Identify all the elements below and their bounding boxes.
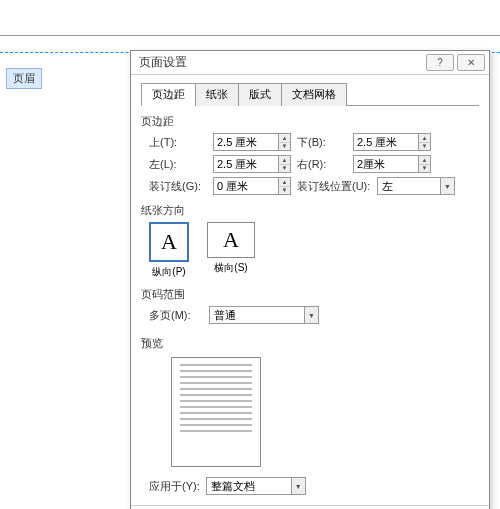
help-button[interactable]: ? <box>426 54 454 71</box>
apply-label: 应用于(Y): <box>149 479 200 494</box>
close-button[interactable]: ✕ <box>457 54 485 71</box>
spin-up-icon[interactable]: ▲ <box>419 134 430 143</box>
gutter-row: 装订线(G): ▲▼ 装订线位置(U): 左 ▼ <box>141 177 479 195</box>
header-tag: 页眉 <box>6 68 42 89</box>
portrait-label: 纵向(P) <box>152 265 185 279</box>
bottom-input[interactable] <box>354 134 418 150</box>
portrait-icon[interactable]: A <box>149 222 189 262</box>
multi-select[interactable]: 普通 ▼ <box>209 306 319 324</box>
margins-section-label: 页边距 <box>141 114 479 129</box>
apply-select[interactable]: 整篇文档 ▼ <box>206 477 306 495</box>
spin-down-icon[interactable]: ▼ <box>419 165 430 173</box>
portrait-option[interactable]: A 纵向(P) <box>149 222 189 279</box>
orientation-section-label: 纸张方向 <box>141 203 479 218</box>
spin-up-icon[interactable]: ▲ <box>279 134 290 143</box>
spin-up-icon[interactable]: ▲ <box>279 156 290 165</box>
spin-down-icon[interactable]: ▼ <box>279 187 290 195</box>
bottom-spinner[interactable]: ▲▼ <box>353 133 431 151</box>
margins-grid: 上(T): ▲▼ 下(B): ▲▼ 左(L): ▲▼ 右(R): ▲▼ <box>141 133 479 173</box>
gutter-input[interactable] <box>214 178 278 194</box>
apply-value: 整篇文档 <box>207 479 291 494</box>
pages-section-label: 页码范围 <box>141 287 479 302</box>
chevron-down-icon[interactable]: ▼ <box>291 478 305 494</box>
spin-down-icon[interactable]: ▼ <box>419 143 430 151</box>
gutter-pos-select[interactable]: 左 ▼ <box>377 177 455 195</box>
gutter-pos-value: 左 <box>378 179 440 194</box>
spin-down-icon[interactable]: ▼ <box>279 165 290 173</box>
multi-value: 普通 <box>210 308 304 323</box>
left-label: 左(L): <box>149 157 207 172</box>
preview-section-label: 预览 <box>141 336 479 351</box>
bottom-label: 下(B): <box>297 135 347 150</box>
tab-paper[interactable]: 纸张 <box>195 83 239 106</box>
gutter-pos-label: 装订线位置(U): <box>297 179 371 194</box>
multi-label: 多页(M): <box>149 308 199 323</box>
top-label: 上(T): <box>149 135 207 150</box>
gutter-label: 装订线(G): <box>149 179 207 194</box>
dialog-title: 页面设置 <box>139 54 423 71</box>
landscape-icon[interactable]: A <box>207 222 255 258</box>
dialog-footer: 设为默认值(D) 确定 取消 <box>131 505 489 509</box>
right-input[interactable] <box>354 156 418 172</box>
left-input[interactable] <box>214 156 278 172</box>
chevron-down-icon[interactable]: ▼ <box>304 307 318 323</box>
gutter-spinner[interactable]: ▲▼ <box>213 177 291 195</box>
top-spinner[interactable]: ▲▼ <box>213 133 291 151</box>
spin-up-icon[interactable]: ▲ <box>419 156 430 165</box>
top-input[interactable] <box>214 134 278 150</box>
page-setup-dialog: 页面设置 ? ✕ 页边距 纸张 版式 文档网格 页边距 上(T): ▲▼ 下(B… <box>130 50 490 509</box>
dialog-content: 页边距 纸张 版式 文档网格 页边距 上(T): ▲▼ 下(B): ▲▼ 左(L… <box>131 75 489 505</box>
orientation-group: A 纵向(P) A 横向(S) <box>141 222 479 279</box>
apply-row: 应用于(Y): 整篇文档 ▼ <box>141 477 479 495</box>
landscape-option[interactable]: A 横向(S) <box>207 222 255 279</box>
chevron-down-icon[interactable]: ▼ <box>440 178 454 194</box>
right-spinner[interactable]: ▲▼ <box>353 155 431 173</box>
tabs: 页边距 纸张 版式 文档网格 <box>141 83 479 106</box>
tab-margins[interactable]: 页边距 <box>141 83 196 106</box>
tab-layout[interactable]: 版式 <box>238 83 282 106</box>
right-label: 右(R): <box>297 157 347 172</box>
spin-up-icon[interactable]: ▲ <box>279 178 290 187</box>
landscape-label: 横向(S) <box>214 261 247 275</box>
spin-down-icon[interactable]: ▼ <box>279 143 290 151</box>
left-spinner[interactable]: ▲▼ <box>213 155 291 173</box>
preview-thumbnail <box>171 357 261 467</box>
titlebar: 页面设置 ? ✕ <box>131 51 489 75</box>
pages-row: 多页(M): 普通 ▼ <box>141 306 479 324</box>
tab-docgrid[interactable]: 文档网格 <box>281 83 347 106</box>
